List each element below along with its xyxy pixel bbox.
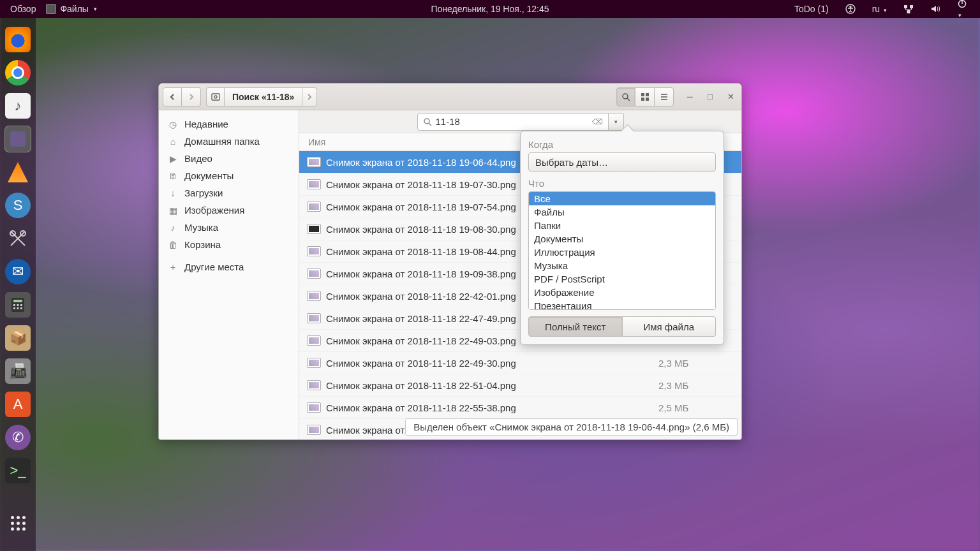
file-icon	[307, 246, 321, 256]
sidebar: ◷Недавние⌂Домашняя папка▶Видео🗎Документы…	[159, 110, 299, 439]
dock: ♪ S ✉ 📦 📠 A ✆ >_	[0, 18, 36, 551]
type-filter-item[interactable]: Изображение	[529, 286, 715, 299]
sidebar-item-trash[interactable]: 🗑Корзина	[159, 236, 299, 253]
app-menu[interactable]: Файлы ▾	[42, 1, 100, 17]
sidebar-item-label: Документы	[184, 170, 234, 181]
sidebar-item-clock[interactable]: ◷Недавние	[159, 115, 299, 133]
file-row[interactable]: Снимок экрана от 2018-11-18 22-49-30.png…	[299, 352, 741, 374]
clock-icon: ◷	[168, 119, 178, 129]
status-bar: Выделен объект «Снимок экрана от 2018-11…	[405, 418, 738, 436]
path-segment-search[interactable]: Поиск «11-18»	[224, 87, 302, 107]
sidebar-item-download[interactable]: ↓Загрузки	[159, 184, 299, 202]
sidebar-item-video[interactable]: ▶Видео	[159, 150, 299, 167]
activities-button[interactable]: Обзор	[6, 1, 40, 17]
search-input-wrap: ⌫	[417, 113, 609, 131]
svg-point-18	[623, 94, 628, 99]
clock[interactable]: Понедельник, 19 Ноя., 12:45	[431, 4, 549, 14]
search-button[interactable]	[616, 87, 635, 107]
sidebar-item-label: Видео	[184, 153, 212, 164]
sidebar-item-music[interactable]: ♪Музыка	[159, 219, 299, 236]
svg-rect-12	[20, 304, 22, 306]
sidebar-item-doc[interactable]: 🗎Документы	[159, 167, 299, 184]
search-options-dropdown[interactable]: ▾	[609, 113, 624, 131]
file-icon	[307, 179, 321, 189]
search-bar: ⌫ ▾	[299, 110, 741, 133]
svg-rect-13	[13, 307, 15, 309]
plus-icon: +	[168, 262, 178, 272]
when-label: Когда	[528, 139, 716, 150]
file-size: 2,5 МБ	[658, 402, 741, 413]
nav-forward-button[interactable]	[182, 87, 201, 107]
clear-search-icon[interactable]: ⌫	[592, 117, 603, 126]
sidebar-item-plus[interactable]: +Другие места	[159, 258, 299, 276]
svg-point-23	[424, 119, 429, 124]
file-row[interactable]: Снимок экрана от 2018-11-18 22-51-04.png…	[299, 374, 741, 397]
path-bar: Поиск «11-18»	[206, 87, 317, 107]
file-icon	[307, 268, 321, 279]
home-icon: ⌂	[168, 136, 178, 147]
svg-rect-14	[17, 307, 19, 309]
type-filter-list[interactable]: ВсеФайлыПапкиДокументыИллюстрацияМузыкаP…	[528, 191, 716, 310]
file-row[interactable]: Снимок экрана от 2018-11-18 22-55-38.png…	[299, 397, 741, 419]
dock-rhythmbox[interactable]: ♪	[5, 93, 31, 119]
svg-rect-15	[20, 307, 22, 309]
dock-calculator[interactable]	[5, 292, 31, 318]
music-icon: ♪	[168, 223, 178, 233]
volume-icon[interactable]	[926, 1, 944, 17]
keyboard-layout[interactable]: ru ▾	[868, 1, 891, 17]
type-filter-item[interactable]: Музыка	[529, 259, 715, 272]
dock-show-apps[interactable]	[5, 510, 31, 536]
search-input[interactable]	[436, 116, 592, 127]
dock-simplenote[interactable]: S	[5, 193, 31, 218]
svg-rect-21	[641, 98, 644, 101]
path-next-button[interactable]	[302, 87, 317, 107]
select-dates-button[interactable]: Выбрать даты…	[528, 152, 716, 172]
path-root-button[interactable]	[206, 87, 224, 107]
type-filter-item[interactable]: PDF / PostScript	[529, 272, 715, 286]
files-icon	[46, 4, 56, 14]
dock-tools[interactable]	[5, 226, 31, 251]
sidebar-item-label: Недавние	[184, 119, 228, 129]
sidebar-item-home[interactable]: ⌂Домашняя папка	[159, 133, 299, 150]
titlebar: Поиск «11-18» ─ □ ✕	[159, 84, 741, 110]
minimize-button[interactable]: ─	[683, 90, 697, 104]
hamburger-menu-button[interactable]	[655, 87, 674, 107]
close-button[interactable]: ✕	[724, 90, 738, 104]
maximize-button[interactable]: □	[703, 90, 717, 104]
todo-indicator[interactable]: ToDo (1)	[791, 1, 833, 17]
sidebar-item-label: Корзина	[184, 239, 221, 250]
dock-firefox[interactable]	[5, 27, 31, 52]
network-icon[interactable]	[900, 1, 917, 17]
dock-thunderbird[interactable]: ✉	[5, 259, 31, 284]
type-filter-item[interactable]: Документы	[529, 232, 715, 246]
dock-chrome[interactable]	[5, 60, 31, 85]
type-filter-item[interactable]: Презентация	[529, 299, 715, 310]
fulltext-toggle[interactable]: Полный текст	[528, 316, 623, 337]
filename-toggle[interactable]: Имя файла	[623, 316, 716, 337]
dock-software[interactable]: A	[5, 392, 31, 417]
svg-rect-2	[904, 5, 907, 8]
sidebar-item-label: Музыка	[184, 222, 218, 233]
svg-point-17	[214, 96, 217, 98]
dock-viber[interactable]: ✆	[5, 425, 31, 450]
file-icon	[307, 157, 321, 167]
dock-geary[interactable]: 📦	[5, 325, 31, 351]
sidebar-item-label: Домашняя папка	[184, 136, 260, 147]
power-icon[interactable]: ▾	[953, 0, 971, 22]
type-filter-item[interactable]: Папки	[529, 219, 715, 232]
dock-files[interactable]	[5, 126, 31, 152]
type-filter-item[interactable]: Все	[529, 192, 715, 205]
dock-scanner[interactable]: 📠	[5, 358, 31, 384]
type-filter-item[interactable]: Иллюстрация	[529, 246, 715, 259]
svg-rect-3	[910, 5, 913, 8]
dock-vlc[interactable]	[5, 159, 31, 185]
view-grid-button[interactable]	[635, 87, 655, 107]
nav-back-button[interactable]	[163, 87, 182, 107]
dock-terminal[interactable]: >_	[5, 458, 31, 483]
accessibility-icon[interactable]	[842, 1, 859, 17]
type-filter-item[interactable]: Файлы	[529, 205, 715, 219]
svg-rect-9	[13, 300, 22, 302]
sidebar-item-image[interactable]: ▦Изображения	[159, 202, 299, 219]
file-icon	[307, 202, 321, 212]
file-name: Снимок экрана от 2018-11-18 22-49-30.png	[326, 358, 658, 369]
